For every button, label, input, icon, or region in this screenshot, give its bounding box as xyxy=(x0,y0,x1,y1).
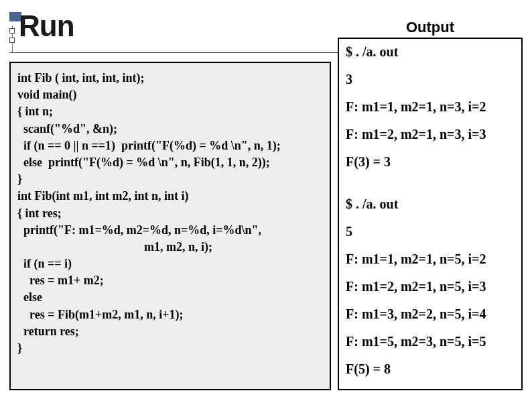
decor-square xyxy=(9,38,15,43)
output-command: $ . /a. out xyxy=(346,44,515,60)
output-heading: Output xyxy=(338,19,523,36)
decor-square xyxy=(9,28,15,34)
output-input-value: 5 xyxy=(346,224,515,239)
output-line: F: m1=2, m2=1, n=5, i=3 xyxy=(346,279,515,294)
output-command: $ . /a. out xyxy=(346,196,515,212)
output-panel: $ . /a. out 3 F: m1=1, m2=1, n=3, i=2 F:… xyxy=(338,38,523,390)
output-line: F: m1=3, m2=2, n=5, i=4 xyxy=(346,306,515,322)
code-listing: int Fib ( int, int, int, int); void main… xyxy=(9,62,331,390)
output-line: F: m1=1, m2=1, n=5, i=2 xyxy=(346,251,515,267)
output-line: F: m1=2, m2=1, n=3, i=3 xyxy=(346,127,515,142)
output-result: F(3) = 3 xyxy=(346,154,515,170)
output-result: F(5) = 8 xyxy=(346,361,515,377)
output-input-value: 3 xyxy=(346,72,515,87)
output-line: F: m1=1, m2=1, n=3, i=2 xyxy=(346,99,515,115)
output-gap xyxy=(346,182,515,196)
output-line: F: m1=5, m2=3, n=5, i=5 xyxy=(346,334,515,349)
page-title: Run xyxy=(19,9,74,43)
